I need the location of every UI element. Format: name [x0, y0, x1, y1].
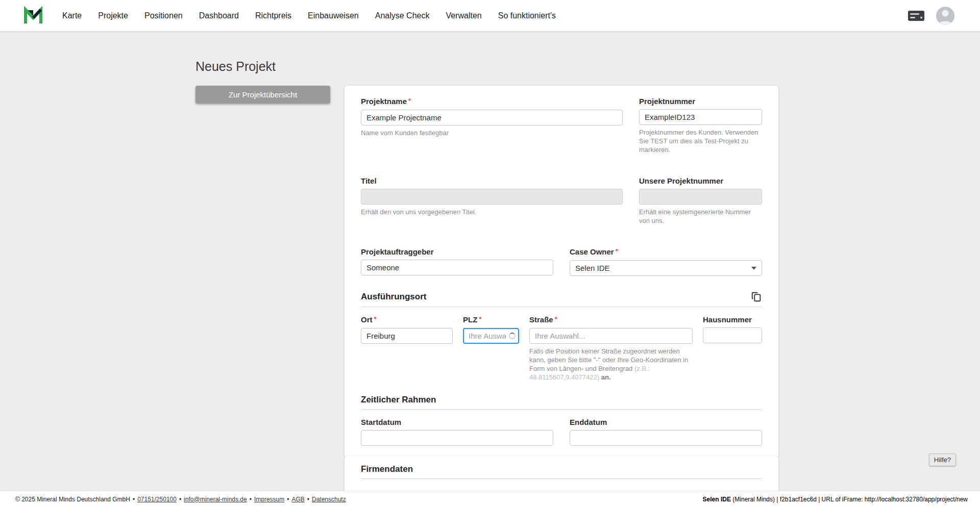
copyright-text: © 2025 Mineral Minds Deutschland GmbH [15, 496, 130, 503]
required-asterisk: * [479, 315, 481, 323]
nav-item-verwalten[interactable]: Verwalten [445, 8, 482, 23]
firmendaten-section-header: Firmendaten [361, 464, 762, 479]
case-owner-label: Case Owner* [570, 247, 762, 257]
projektnummer-input[interactable] [639, 109, 762, 125]
projektnummer-helper: Projektnummer des Kunden. Verwenden Sie … [639, 128, 762, 154]
top-navbar: Karte Projekte Positionen Dashboard Rich… [0, 0, 980, 31]
chevron-down-icon [751, 267, 756, 270]
nav-item-projekte[interactable]: Projekte [97, 8, 129, 23]
row-projektname: Projektname* Name vom Kunden festlegbar … [361, 97, 762, 154]
separator: • [287, 496, 289, 503]
ausfuehrungsort-section-header: Ausführungsort [361, 291, 762, 307]
projektname-input[interactable] [361, 110, 623, 125]
nav-item-analyse-check[interactable]: Analyse Check [374, 8, 431, 23]
nav-item-karte[interactable]: Karte [61, 8, 83, 23]
separator: • [250, 496, 252, 503]
nav-item-richtpreis[interactable]: Richtpreis [254, 8, 292, 23]
person-icon [936, 7, 954, 25]
server-icon[interactable] [908, 9, 926, 22]
hausnummer-input[interactable] [703, 327, 762, 343]
help-button[interactable]: Hilfe? [929, 453, 956, 466]
agb-link[interactable]: AGB [291, 496, 304, 503]
nav-item-positionen[interactable]: Positionen [143, 8, 184, 23]
projektname-helper: Name vom Kunden festlegbar [361, 129, 623, 137]
enddatum-field: Enddatum [570, 418, 762, 446]
new-project-form-card: Projektname* Name vom Kunden festlegbar … [345, 86, 778, 458]
enddatum-input[interactable] [570, 430, 762, 446]
projektauftraggeber-label: Projektauftraggeber [361, 247, 553, 257]
case-owner-field: Case Owner* Selen IDE [570, 247, 762, 276]
logo-m-icon [23, 6, 43, 26]
screen: Karte Projekte Positionen Dashboard Rich… [0, 0, 980, 507]
copy-address-button[interactable] [751, 291, 762, 302]
strasse-helper: Falls die Position keiner Straße zugeord… [529, 347, 693, 382]
loading-spinner-icon [509, 333, 516, 339]
titel-input [361, 189, 623, 205]
startdatum-field: Startdatum [361, 418, 553, 446]
footer-left: © 2025 Mineral Minds Deutschland GmbH • … [15, 496, 346, 503]
footer-user: Selen IDE [703, 496, 731, 503]
unsere-projektnummer-field: Unsere Projektnummer Erhält eine systemg… [639, 176, 762, 225]
unsere-projektnummer-label: Unsere Projektnummer [639, 176, 762, 186]
row-address: Ort* PLZ* Straße* Falls die Position kei… [361, 315, 762, 382]
impressum-link[interactable]: Impressum [254, 496, 284, 503]
hausnummer-field: Hausnummer [703, 315, 762, 382]
plz-input-wrap [463, 328, 519, 344]
projektname-field: Projektname* Name vom Kunden festlegbar [361, 97, 623, 154]
hausnummer-label: Hausnummer [703, 315, 762, 324]
projektnummer-field: Projektnummer Projektnummer des Kunden. … [639, 97, 762, 154]
project-overview-button[interactable]: Zur Projektübersicht [195, 86, 330, 104]
projektauftraggeber-field: Projektauftraggeber [361, 247, 553, 276]
separator: • [133, 496, 135, 503]
datenschutz-link[interactable]: Datenschutz [312, 496, 346, 503]
row-auftraggeber: Projektauftraggeber Case Owner* Selen ID… [361, 247, 762, 276]
enddatum-label: Enddatum [570, 418, 762, 427]
titel-helper: Erhält den von uns vorgegebenen Titel. [361, 208, 623, 216]
case-owner-value: Selen IDE [575, 264, 610, 272]
plz-field: PLZ* [463, 315, 519, 382]
firmendaten-heading: Firmendaten [361, 464, 413, 474]
copy-icon [751, 291, 762, 302]
strasse-field: Straße* Falls die Position keiner Straße… [529, 315, 693, 382]
nav-item-dashboard[interactable]: Dashboard [198, 8, 240, 23]
projektauftraggeber-input[interactable] [361, 260, 553, 275]
navbar-right [908, 7, 954, 25]
footer-session-info: Selen IDE (Mineral Minds) | f2b1acf1ec6d… [703, 496, 968, 503]
titel-label: Titel [361, 176, 623, 186]
row-titel: Titel Erhält den von uns vorgegebenen Ti… [361, 176, 762, 225]
phone-link[interactable]: 07151/250100 [137, 496, 177, 503]
titel-field: Titel Erhält den von uns vorgegebenen Ti… [361, 176, 623, 225]
main-navigation: Karte Projekte Positionen Dashboard Rich… [61, 8, 557, 23]
required-asterisk: * [555, 315, 557, 323]
unsere-projektnummer-helper: Erhält eine systemgenerierte Nummer von … [639, 208, 762, 225]
projektnummer-label: Projektnummer [639, 97, 762, 106]
strasse-label: Straße* [529, 315, 693, 325]
zeitlicher-rahmen-heading: Zeitlicher Rahmen [361, 395, 436, 405]
strasse-input[interactable] [529, 328, 693, 344]
zeitlicher-rahmen-section-header: Zeitlicher Rahmen [361, 395, 762, 410]
separator: • [307, 496, 309, 503]
plz-label: PLZ* [463, 315, 519, 325]
unsere-projektnummer-input [639, 189, 762, 205]
mineral-minds-logo[interactable] [22, 5, 44, 27]
nav-item-so-funktionierts[interactable]: So funktioniert's [497, 8, 557, 23]
startdatum-label: Startdatum [361, 418, 553, 427]
projektname-label: Projektname* [361, 97, 623, 107]
required-asterisk: * [374, 315, 377, 323]
footer-session-text: (Mineral Minds) | f2b1acf1ec6d | URL of … [731, 496, 968, 503]
separator: • [179, 496, 181, 503]
ort-input[interactable] [361, 328, 453, 344]
required-asterisk: * [408, 97, 411, 105]
required-asterisk: * [616, 247, 618, 255]
page-title: Neues Projekt [195, 59, 276, 74]
footer: © 2025 Mineral Minds Deutschland GmbH • … [0, 491, 980, 507]
user-avatar[interactable] [936, 7, 954, 25]
row-dates: Startdatum Enddatum [361, 418, 762, 446]
ausfuehrungsort-heading: Ausführungsort [361, 292, 426, 302]
email-link[interactable]: info@mineral-minds.de [184, 496, 247, 503]
nav-item-einbauweisen[interactable]: Einbauweisen [307, 8, 360, 23]
startdatum-input[interactable] [361, 430, 553, 446]
ort-field: Ort* [361, 315, 453, 382]
case-owner-select[interactable]: Selen IDE [570, 260, 762, 276]
ort-label: Ort* [361, 315, 453, 325]
